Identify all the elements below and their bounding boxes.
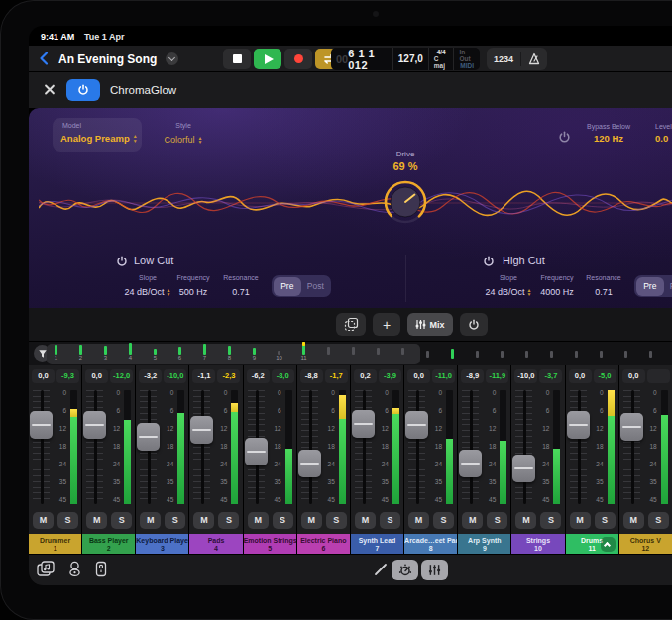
mute-button[interactable]: M	[33, 512, 54, 529]
faders-view-button[interactable]	[421, 560, 448, 580]
volume-readout[interactable]: 0,0	[569, 369, 592, 383]
model-label: Model	[62, 122, 81, 129]
bypass-below-control[interactable]: Bypass Below 120 Hz	[576, 123, 641, 144]
level-control[interactable]: Level 0.0	[655, 123, 672, 144]
close-icon[interactable]	[43, 83, 56, 96]
back-chevron-icon[interactable]	[37, 51, 53, 66]
fader-handle[interactable]	[190, 416, 213, 444]
model-selector[interactable]: Model Analog Preamp▲▼	[53, 118, 142, 152]
style-selector[interactable]: Style Colorful▲▼	[152, 118, 215, 152]
mute-button[interactable]: M	[193, 512, 214, 529]
volume-readout[interactable]: 0,0	[85, 369, 108, 383]
solo-button[interactable]: S	[273, 512, 293, 529]
solo-button[interactable]: S	[57, 512, 78, 529]
low-cut-resonance[interactable]: Resonance 0.71	[213, 274, 269, 299]
high-cut-slope[interactable]: Slope 24 dB/Oct▲▼	[481, 274, 536, 299]
solo-button[interactable]: S	[218, 512, 239, 529]
track-name-label[interactable]: Drums11	[566, 534, 618, 554]
volume-readout[interactable]: -3,2	[139, 369, 162, 383]
pre-button[interactable]: Pre	[636, 277, 665, 296]
track-name-label[interactable]: Keyboard Player3	[136, 534, 188, 554]
io-device-button[interactable]	[95, 561, 107, 581]
lcd-display[interactable]: 006 1 1 012 127,0 4/4 C maj In Out MIDI	[331, 48, 480, 70]
overview-visible-window[interactable]	[47, 344, 420, 364]
volume-readout[interactable]: -8,9	[461, 369, 484, 383]
track-name-label[interactable]: Drummer1	[29, 534, 81, 554]
fader-handle[interactable]	[30, 411, 53, 439]
mixer-power-button[interactable]	[460, 313, 488, 336]
plugin-power-button[interactable]	[66, 79, 100, 101]
solo-button[interactable]: S	[326, 512, 347, 529]
stop-button[interactable]	[223, 49, 251, 69]
track-name-label[interactable]: Strings10	[511, 534, 564, 554]
bypass-power-button[interactable]	[558, 130, 571, 148]
track-name-label[interactable]: Synth Lead7	[351, 534, 403, 554]
solo-button[interactable]: S	[165, 512, 185, 529]
browser-button[interactable]	[37, 561, 55, 581]
post-button[interactable]: Post	[664, 277, 672, 296]
volume-readout[interactable]: 0,0	[622, 369, 645, 383]
mute-button[interactable]: M	[623, 512, 644, 529]
duplicate-button[interactable]	[336, 313, 366, 336]
pre-button[interactable]: Pre	[274, 277, 302, 296]
volume-readout[interactable]: -8,8	[300, 369, 323, 383]
volume-readout[interactable]: 0,2	[354, 369, 377, 383]
fader-handle[interactable]	[567, 411, 590, 439]
solo-button[interactable]: S	[487, 512, 507, 529]
fader-handle[interactable]	[137, 423, 160, 451]
solo-button[interactable]: S	[111, 512, 132, 529]
track-name-label[interactable]: Electric Piano6	[297, 534, 350, 554]
metronome-button[interactable]	[521, 52, 547, 65]
high-cut-power-button[interactable]	[483, 254, 495, 271]
play-button[interactable]	[254, 49, 281, 69]
mute-button[interactable]: M	[301, 512, 322, 529]
add-track-button[interactable]: +	[373, 313, 400, 336]
mute-button[interactable]: M	[570, 512, 591, 529]
fader-handle[interactable]	[83, 411, 106, 439]
track-name-label[interactable]: Emotion Strings5	[244, 534, 296, 554]
track-name-label[interactable]: Bass Player2	[82, 534, 135, 554]
volume-readout[interactable]: -6,2	[247, 369, 270, 383]
count-in-button[interactable]: 1234	[487, 54, 520, 64]
track-name-label[interactable]: Chorus V12	[619, 534, 672, 554]
drive-knob[interactable]	[383, 179, 428, 225]
fader-handle[interactable]	[298, 450, 321, 477]
fader-handle[interactable]	[512, 455, 535, 482]
fader-handle[interactable]	[352, 410, 375, 438]
mute-button[interactable]: M	[355, 512, 376, 529]
expand-track-button[interactable]	[601, 537, 616, 552]
track-name-label[interactable]: Arp Synth9	[458, 534, 510, 554]
solo-button[interactable]: S	[380, 512, 400, 529]
mute-solo-row: MS	[351, 508, 403, 534]
track-name-label[interactable]: Arcade…eet Pad8	[404, 534, 457, 554]
plugins-button[interactable]	[67, 561, 82, 581]
volume-readout[interactable]: -10,0	[514, 369, 537, 383]
volume-readout[interactable]: 0,0	[32, 369, 55, 383]
mix-toggle-button[interactable]: Mix	[407, 313, 453, 336]
controls-view-button[interactable]	[392, 560, 418, 580]
solo-button[interactable]: S	[648, 512, 669, 529]
track-name-label[interactable]: Pads4	[189, 534, 242, 554]
record-button[interactable]	[284, 49, 312, 69]
fader-handle[interactable]	[245, 438, 268, 465]
mute-button[interactable]: M	[462, 512, 483, 529]
solo-button[interactable]: S	[433, 512, 454, 529]
fader-handle[interactable]	[405, 411, 428, 439]
volume-readout[interactable]: -1,1	[192, 369, 215, 383]
edit-button[interactable]	[373, 562, 389, 581]
low-cut-power-button[interactable]	[116, 254, 128, 271]
fader-handle[interactable]	[620, 413, 643, 441]
solo-button[interactable]: S	[540, 512, 561, 529]
song-title[interactable]: An Evening Song	[58, 52, 157, 66]
high-cut-resonance[interactable]: Resonance 0.71	[576, 274, 631, 299]
post-button[interactable]: Post	[301, 277, 330, 296]
fader-handle[interactable]	[459, 450, 482, 477]
mute-button[interactable]: M	[248, 512, 269, 529]
volume-readout[interactable]: 0,0	[407, 369, 430, 383]
mute-button[interactable]: M	[140, 512, 161, 529]
song-menu-button[interactable]	[166, 52, 178, 65]
mute-button[interactable]: M	[86, 512, 107, 529]
mute-button[interactable]: M	[408, 512, 429, 529]
mute-button[interactable]: M	[515, 512, 536, 529]
solo-button[interactable]: S	[595, 512, 616, 529]
